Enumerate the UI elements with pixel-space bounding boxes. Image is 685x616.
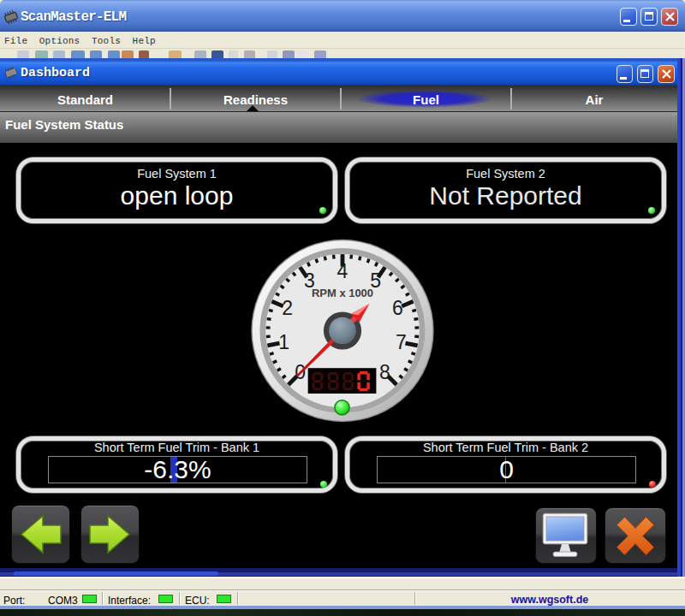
svg-text:8: 8 bbox=[379, 361, 390, 383]
svg-text:RPM x 1000: RPM x 1000 bbox=[312, 287, 373, 299]
svg-text:1: 1 bbox=[278, 331, 289, 353]
svg-text:7: 7 bbox=[396, 331, 407, 353]
svg-text:2: 2 bbox=[282, 297, 293, 319]
svg-text:6: 6 bbox=[392, 297, 403, 319]
svg-text:4: 4 bbox=[337, 260, 348, 282]
